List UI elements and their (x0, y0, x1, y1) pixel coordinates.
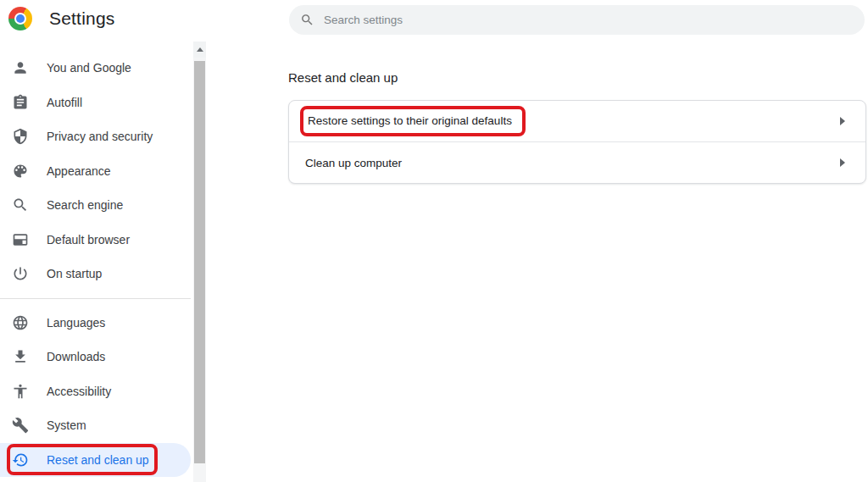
arrow-up-icon (197, 47, 203, 52)
sidebar-item-appearance[interactable]: Appearance (0, 154, 191, 189)
clean-up-computer-label: Clean up computer (305, 157, 402, 169)
scrollbar-up-button[interactable] (193, 42, 206, 58)
restore-clock-icon (12, 452, 29, 468)
sidebar-item-on-startup[interactable]: On startup (0, 257, 191, 291)
scrollbar-thumb[interactable] (194, 61, 205, 463)
search-settings-input[interactable] (322, 13, 865, 27)
restore-settings-row[interactable]: Restore settings to their original defau… (289, 101, 865, 141)
restore-settings-label: Restore settings to their original defau… (300, 106, 526, 136)
sidebar-item-reset-and-clean-up[interactable]: Reset and clean up (0, 443, 191, 478)
sidebar-item-autofill[interactable]: Autofill (0, 86, 191, 120)
chevron-right-icon (840, 117, 845, 125)
sidebar-item-label: Privacy and security (47, 130, 153, 143)
sidebar-item-privacy-and-security[interactable]: Privacy and security (0, 119, 191, 154)
settings-sidebar: You and Google Autofill Privacy and secu… (0, 51, 191, 477)
sidebar-item-languages[interactable]: Languages (0, 306, 191, 341)
page-title: Settings (49, 8, 114, 29)
sidebar-item-label: System (47, 418, 86, 432)
sidebar-item-downloads[interactable]: Downloads (0, 340, 191, 374)
header-brand: Settings (8, 7, 114, 30)
search-settings-bar[interactable] (289, 5, 865, 35)
sidebar-item-label: Autofill (47, 96, 82, 109)
sidebar-item-label: Reset and clean up (47, 453, 149, 467)
sidebar-item-accessibility[interactable]: Accessibility (0, 374, 191, 409)
sidebar-item-default-browser[interactable]: Default browser (0, 223, 191, 258)
accessibility-icon (12, 383, 29, 400)
download-icon (12, 348, 29, 365)
globe-icon (12, 314, 29, 331)
sidebar-item-label: Appearance (47, 164, 111, 178)
reset-and-clean-up-card: Restore settings to their original defau… (288, 100, 866, 184)
person-icon (12, 59, 29, 76)
wrench-icon (12, 417, 29, 434)
sidebar-divider (0, 298, 191, 299)
browser-window-icon (12, 231, 29, 248)
sidebar-item-system[interactable]: System (0, 408, 191, 443)
sidebar-item-label: Downloads (47, 350, 105, 363)
sidebar-item-search-engine[interactable]: Search engine (0, 188, 191, 223)
sidebar-item-label: On startup (47, 267, 102, 280)
chevron-right-icon (840, 158, 845, 167)
search-icon (300, 13, 314, 27)
clean-up-computer-row[interactable]: Clean up computer (289, 142, 865, 183)
search-icon (12, 197, 29, 213)
section-title: Reset and clean up (288, 70, 398, 85)
sidebar-item-label: Default browser (47, 233, 130, 247)
sidebar-item-you-and-google[interactable]: You and Google (0, 51, 191, 86)
shield-icon (12, 128, 29, 145)
clipboard-icon (12, 94, 29, 111)
sidebar-item-label: Accessibility (47, 385, 111, 398)
palette-icon (12, 163, 29, 180)
sidebar-scrollbar-track[interactable] (193, 42, 206, 482)
sidebar-item-label: Search engine (47, 198, 123, 212)
sidebar-item-label: You and Google (47, 61, 131, 75)
power-icon (12, 265, 29, 282)
sidebar-item-label: Languages (47, 316, 105, 330)
chrome-logo-icon (8, 7, 32, 30)
